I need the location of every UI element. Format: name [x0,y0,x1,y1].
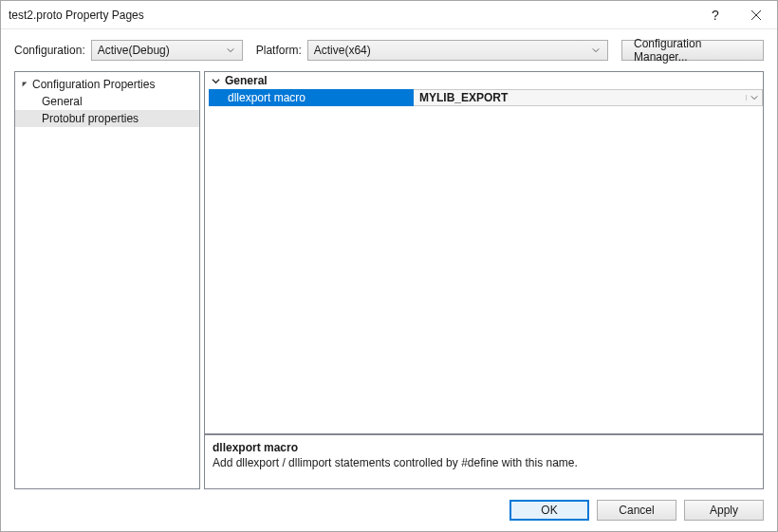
titlebar: test2.proto Property Pages ? [1,1,777,29]
collapse-icon [209,74,222,87]
platform-value: Active(x64) [314,44,371,57]
property-grid: General dllexport macro MYLIB_EXPORT [204,71,764,434]
tree-item-general[interactable]: General [15,93,199,110]
property-category-label: General [225,74,268,87]
configuration-label: Configuration: [14,44,85,57]
help-button[interactable]: ? [696,1,734,28]
cancel-button[interactable]: Cancel [597,500,676,521]
property-panel: General dllexport macro MYLIB_EXPORT [204,71,764,489]
tree-item-label: Protobuf properties [42,112,139,125]
configuration-combo[interactable]: Active(Debug) [91,40,243,61]
dialog-footer: OK Cancel Apply [1,489,777,531]
property-row-dllexport-macro[interactable]: dllexport macro MYLIB_EXPORT [205,89,763,106]
tree-item-label: General [42,95,83,108]
property-value-cell[interactable]: MYLIB_EXPORT [414,89,763,106]
close-icon [751,10,761,20]
ok-button[interactable]: OK [509,500,589,521]
property-category-header[interactable]: General [205,72,763,89]
property-dropdown-button[interactable] [746,95,762,101]
configuration-value: Active(Debug) [98,44,170,57]
configuration-bar: Configuration: Active(Debug) Platform: A… [1,29,777,71]
chevron-down-icon [588,47,603,53]
close-button[interactable] [734,1,777,28]
chevron-down-icon [223,47,238,53]
property-value: MYLIB_EXPORT [419,91,508,104]
description-title: dllexport macro [213,441,755,454]
tree-root-label: Configuration Properties [32,78,155,91]
tree-item-protobuf-properties[interactable]: Protobuf properties [15,110,199,127]
chevron-down-icon [750,95,758,101]
platform-label: Platform: [256,44,302,57]
description-panel: dllexport macro Add dllexport / dllimpor… [204,434,764,489]
collapse-icon [19,79,30,90]
tree-root-configuration-properties[interactable]: Configuration Properties [15,76,199,93]
main-area: Configuration Properties General Protobu… [1,71,777,489]
configuration-manager-button[interactable]: Configuration Manager... [621,40,764,61]
apply-button[interactable]: Apply [684,500,764,521]
category-tree[interactable]: Configuration Properties General Protobu… [14,71,200,489]
property-pages-dialog: test2.proto Property Pages ? Configurati… [0,0,778,532]
description-body: Add dllexport / dllimport statements con… [213,456,755,469]
property-name: dllexport macro [209,89,414,106]
platform-combo[interactable]: Active(x64) [307,40,608,61]
window-title: test2.proto Property Pages [9,9,696,22]
